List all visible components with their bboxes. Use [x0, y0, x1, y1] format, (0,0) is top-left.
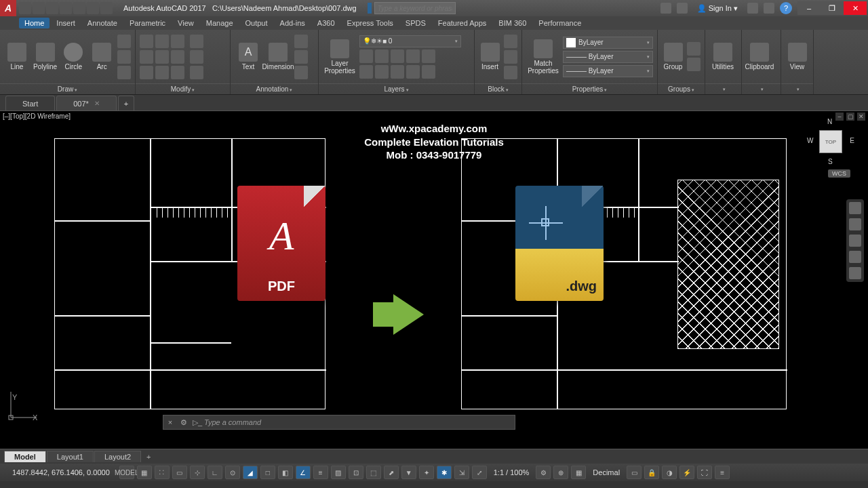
tab-close-icon[interactable]: ✕: [94, 100, 100, 107]
layer-icon[interactable]: [391, 49, 404, 63]
nav-fullnav-icon[interactable]: [849, 202, 861, 214]
matchprops-button[interactable]: MatchProperties: [526, 39, 560, 75]
layer-icon[interactable]: [406, 65, 420, 79]
tab-manage[interactable]: Manage: [201, 18, 239, 28]
layer-icon[interactable]: [391, 65, 404, 79]
tab-document[interactable]: 007*✕: [56, 96, 117, 110]
layer-icon[interactable]: [359, 65, 373, 79]
line-button[interactable]: Line: [4, 43, 30, 70]
qat-plot-icon[interactable]: [73, 2, 85, 14]
tab-output[interactable]: Output: [240, 18, 273, 28]
window-close-button[interactable]: ✕: [844, 1, 867, 15]
erase-icon[interactable]: [190, 35, 203, 48]
otrack-toggle[interactable]: ∠: [296, 466, 311, 479]
3d-toggle[interactable]: ⬚: [366, 466, 381, 479]
drawing-area[interactable]: [–][Top][2D Wireframe] – ▢ ✕ wWw.xpacade…: [0, 111, 868, 449]
block-icon[interactable]: [504, 50, 517, 64]
annotation-visibility-toggle[interactable]: ✱: [437, 466, 452, 479]
app-logo-icon[interactable]: A: [0, 0, 16, 16]
offset-icon[interactable]: [190, 66, 203, 79]
qat-undo-icon[interactable]: [87, 2, 99, 14]
tab-insert[interactable]: Insert: [51, 18, 81, 28]
layer-icon[interactable]: [422, 65, 435, 79]
draw-extra-icon[interactable]: [117, 50, 131, 64]
tab-start[interactable]: Start: [5, 96, 55, 110]
layer-icon[interactable]: [422, 49, 435, 63]
units-readout[interactable]: Decimal: [589, 468, 624, 476]
circle-button[interactable]: Circle: [61, 43, 87, 70]
panel-block-title[interactable]: Block: [475, 83, 521, 94]
panel-groups-title[interactable]: Groups: [658, 83, 705, 94]
coordinates-readout[interactable]: 1487.8442, 676.1406, 0.0000: [5, 468, 117, 476]
stayconnected-icon[interactable]: [764, 3, 774, 14]
lineweight-toggle[interactable]: ≡: [313, 466, 328, 479]
anno-scale-readout[interactable]: 1:1 / 100%: [490, 468, 534, 476]
tab-view[interactable]: View: [172, 18, 199, 28]
hardware-accel-toggle[interactable]: ⚡: [679, 466, 694, 479]
block-icon[interactable]: [504, 66, 517, 79]
fillet-icon[interactable]: [171, 50, 184, 64]
panel-utilities-title[interactable]: [705, 83, 741, 94]
window-maximize-button[interactable]: ❐: [821, 1, 844, 15]
workspace-switch[interactable]: ⚙: [536, 466, 551, 479]
table-icon[interactable]: [294, 50, 308, 64]
explode-icon[interactable]: [190, 50, 203, 64]
clipboard-button[interactable]: Clipboard: [746, 43, 773, 70]
quickprops-toggle[interactable]: ▭: [627, 466, 642, 479]
block-icon[interactable]: [504, 35, 517, 48]
array-icon[interactable]: [171, 66, 184, 79]
nav-showmotion-icon[interactable]: [849, 267, 861, 279]
cmd-close-icon[interactable]: ×: [163, 418, 177, 426]
tab-expresstools[interactable]: Express Tools: [342, 18, 399, 28]
polyline-button[interactable]: Polyline: [33, 43, 58, 70]
rotate-icon[interactable]: [155, 35, 169, 48]
ungroup-icon[interactable]: [687, 42, 701, 56]
modelspace-toggle[interactable]: MODEL: [119, 466, 134, 479]
isodraft-toggle[interactable]: ◢: [243, 466, 258, 479]
qat-saveas-icon[interactable]: [60, 2, 72, 14]
wcs-label[interactable]: WCS: [828, 169, 850, 178]
selection-cycling-toggle[interactable]: ⊡: [349, 466, 363, 479]
annotation-monitor[interactable]: ⊕: [553, 466, 568, 479]
transparency-toggle[interactable]: ▨: [331, 466, 346, 479]
anno-extra-icon[interactable]: [294, 66, 308, 79]
selection-filter-toggle[interactable]: ▼: [401, 466, 416, 479]
tab-parametric[interactable]: Parametric: [124, 18, 171, 28]
copy-icon[interactable]: [140, 50, 153, 64]
layer-icon[interactable]: [375, 65, 389, 79]
units-toggle[interactable]: ▦: [571, 466, 586, 479]
grid-toggle[interactable]: ▦: [137, 466, 152, 479]
panel-modify-title[interactable]: Modify: [136, 83, 230, 94]
lockui-toggle[interactable]: 🔒: [644, 466, 659, 479]
qat-open-icon[interactable]: [33, 2, 45, 14]
exchange-icon[interactable]: [747, 3, 758, 14]
a360-icon[interactable]: [677, 3, 688, 14]
layer-icon[interactable]: [359, 49, 373, 63]
trim-icon[interactable]: [171, 35, 184, 48]
layout-layout1[interactable]: Layout1: [47, 451, 94, 462]
layer-icon[interactable]: [375, 49, 389, 63]
scale-icon[interactable]: [155, 66, 169, 79]
gizmo-toggle[interactable]: ✦: [419, 466, 434, 479]
view-cube[interactable]: N S W E TOP: [807, 118, 854, 165]
tab-performance[interactable]: Performance: [533, 18, 587, 28]
3dosnap-toggle[interactable]: ◧: [278, 466, 293, 479]
infocenter-search-icon[interactable]: [660, 3, 671, 14]
tab-new-button[interactable]: +: [118, 96, 134, 110]
qat-save-icon[interactable]: [46, 2, 58, 14]
panel-clipboard-title[interactable]: [742, 83, 781, 94]
ortho-toggle[interactable]: ∟: [208, 466, 222, 479]
autoscale-toggle[interactable]: ⇲: [454, 466, 469, 479]
nav-pan-icon[interactable]: [849, 218, 861, 230]
signin-button[interactable]: 👤 Sign In ▾: [693, 4, 742, 13]
color-combo[interactable]: ByLayer: [563, 37, 653, 49]
customize-button[interactable]: ≡: [715, 466, 730, 479]
draw-extra-icon[interactable]: [117, 35, 131, 48]
snap-toggle[interactable]: ⸬: [155, 466, 170, 479]
panel-properties-title[interactable]: Properties: [522, 83, 657, 94]
tab-bim360[interactable]: BIM 360: [493, 18, 532, 28]
panel-layers-title[interactable]: Layers: [319, 83, 474, 94]
viewcube-face[interactable]: TOP: [819, 130, 842, 153]
dimension-button[interactable]: Dimension: [264, 43, 292, 70]
panel-annotation-title[interactable]: Annotation: [231, 83, 318, 94]
